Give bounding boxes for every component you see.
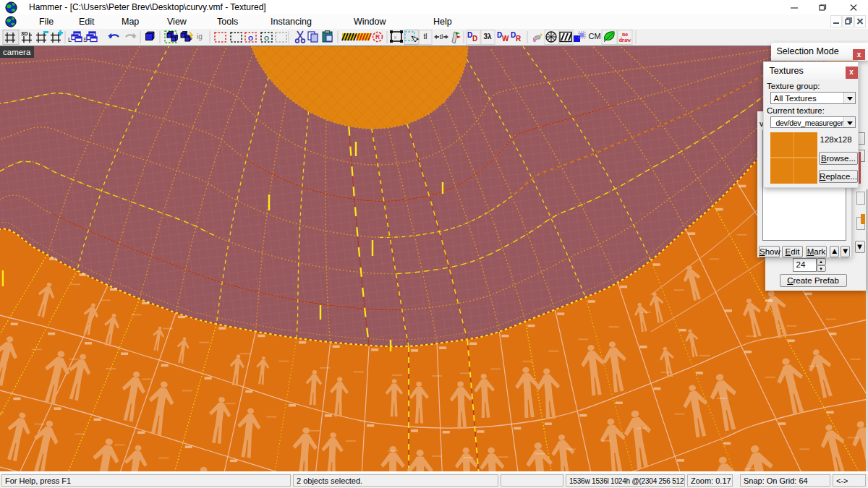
svg-text:R: R [516, 35, 522, 43]
svg-text:ig: ig [197, 33, 203, 40]
svg-text:O: O [264, 35, 269, 42]
svg-text:L: L [68, 36, 72, 43]
svg-text:tl: tl [440, 33, 443, 40]
svg-text:x: x [394, 34, 397, 40]
svg-text:draw: draw [619, 37, 631, 43]
svg-text:tl: tl [424, 33, 427, 40]
svg-text:3D: 3D [21, 30, 28, 37]
svg-text:camera: camera [3, 48, 31, 56]
svg-text:W: W [502, 35, 509, 43]
svg-text:D: D [472, 35, 477, 43]
svg-text:R: R [375, 33, 380, 40]
svg-text:3λ: 3λ [483, 33, 492, 40]
svg-text:O: O [248, 35, 253, 42]
svg-text:CM: CM [588, 32, 600, 40]
